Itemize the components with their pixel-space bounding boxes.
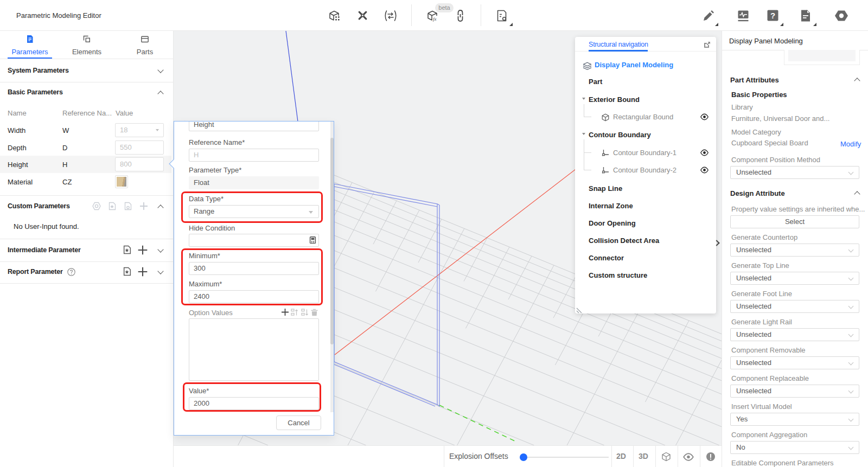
svg-text:?: ? [770, 11, 775, 20]
svg-text:fx: fx [433, 16, 437, 22]
